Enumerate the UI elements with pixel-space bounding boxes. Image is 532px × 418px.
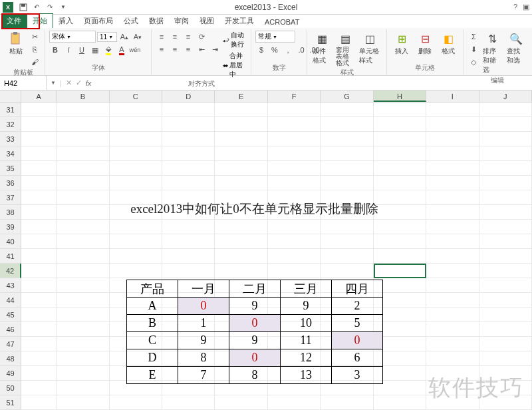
cell-B45[interactable] xyxy=(57,308,109,322)
cell-E37[interactable] xyxy=(215,190,267,205)
spreadsheet-grid[interactable]: ABCDEFGHIJ 31323334353637383940414243444… xyxy=(0,91,532,417)
copy-icon[interactable]: ⎘ xyxy=(29,43,41,55)
cell-E42[interactable] xyxy=(215,264,267,278)
cell-I42[interactable] xyxy=(426,264,479,278)
col-header-E[interactable]: E xyxy=(215,91,267,102)
cell-A35[interactable] xyxy=(21,161,57,176)
cell-E38[interactable] xyxy=(215,205,267,220)
select-all-corner[interactable] xyxy=(0,91,21,102)
format-painter-icon[interactable]: 🖌 xyxy=(29,56,41,68)
cell-C37[interactable] xyxy=(110,190,162,205)
cell-J35[interactable] xyxy=(479,161,532,176)
cell-C33[interactable] xyxy=(110,132,162,146)
cell-H51[interactable] xyxy=(374,395,426,410)
cell-B42[interactable] xyxy=(57,264,109,278)
cell-F51[interactable] xyxy=(268,395,321,410)
cell-H41[interactable] xyxy=(374,249,426,264)
row-header-37[interactable]: 37 xyxy=(0,190,21,205)
cell-C51[interactable] xyxy=(110,395,162,410)
cell-G35[interactable] xyxy=(321,161,373,176)
cell-A40[interactable] xyxy=(21,234,57,249)
cell-B43[interactable] xyxy=(57,278,109,293)
cell-I38[interactable] xyxy=(426,205,479,220)
cell-A31[interactable] xyxy=(21,103,57,117)
italic-button[interactable]: I xyxy=(63,44,74,56)
cell-E51[interactable] xyxy=(215,395,267,410)
cell-F37[interactable] xyxy=(268,190,321,205)
row-header-44[interactable]: 44 xyxy=(0,293,21,308)
cell-A50[interactable] xyxy=(21,381,57,395)
row-header-46[interactable]: 46 xyxy=(0,322,21,337)
cut-icon[interactable]: ✂ xyxy=(29,31,41,43)
cell-J50[interactable] xyxy=(479,381,532,395)
cell-H33[interactable] xyxy=(374,132,426,146)
cell-J49[interactable] xyxy=(479,366,532,381)
cell-G39[interactable] xyxy=(321,220,373,234)
cell-F31[interactable] xyxy=(268,103,321,117)
cell-E39[interactable] xyxy=(215,220,267,234)
tab-审阅[interactable]: 审阅 xyxy=(169,14,194,28)
col-header-A[interactable]: A xyxy=(21,91,57,102)
col-header-C[interactable]: C xyxy=(110,91,162,102)
cell-G41[interactable] xyxy=(321,249,373,264)
row-header-51[interactable]: 51 xyxy=(0,395,21,410)
currency-icon[interactable]: $ xyxy=(255,44,267,56)
redo-icon[interactable]: ↷ xyxy=(45,3,55,12)
cell-B51[interactable] xyxy=(57,395,109,410)
fill-color-icon[interactable]: ⬙ xyxy=(102,44,114,56)
cell-E35[interactable] xyxy=(215,161,267,176)
cell-B37[interactable] xyxy=(57,190,109,205)
cell-B49[interactable] xyxy=(57,366,109,381)
indent-dec-icon[interactable]: ⇤ xyxy=(196,43,207,55)
cell-I50[interactable] xyxy=(426,381,479,395)
cell-J31[interactable] xyxy=(479,103,532,117)
orientation-icon[interactable]: ⟳ xyxy=(196,31,207,43)
cell-G38[interactable] xyxy=(321,205,373,220)
cell-I44[interactable] xyxy=(426,293,479,308)
cell-B35[interactable] xyxy=(57,161,109,176)
cell-F42[interactable] xyxy=(268,264,321,278)
cell-E34[interactable] xyxy=(215,146,267,161)
col-header-D[interactable]: D xyxy=(162,91,215,102)
cell-I46[interactable] xyxy=(426,322,479,337)
cell-I37[interactable] xyxy=(426,190,479,205)
row-header-39[interactable]: 39 xyxy=(0,220,21,234)
cell-G33[interactable] xyxy=(321,132,373,146)
cell-E31[interactable] xyxy=(215,103,267,117)
cell-I31[interactable] xyxy=(426,103,479,117)
cell-C32[interactable] xyxy=(110,117,162,132)
row-header-47[interactable]: 47 xyxy=(0,337,21,351)
cell-J45[interactable] xyxy=(479,308,532,322)
cell-A44[interactable] xyxy=(21,293,57,308)
cell-D37[interactable] xyxy=(162,190,215,205)
tab-插入[interactable]: 插入 xyxy=(53,14,78,28)
cell-F41[interactable] xyxy=(268,249,321,264)
cell-J36[interactable] xyxy=(479,176,532,190)
align-top-icon[interactable]: ≡ xyxy=(156,31,168,43)
cell-I43[interactable] xyxy=(426,278,479,293)
paste-button[interactable]: 粘贴 xyxy=(5,31,27,57)
tab-视图[interactable]: 视图 xyxy=(194,14,219,28)
cell-I36[interactable] xyxy=(426,176,479,190)
cell-B41[interactable] xyxy=(57,249,109,264)
cell-A47[interactable] xyxy=(21,337,57,351)
cell-H32[interactable] xyxy=(374,117,426,132)
cell-D32[interactable] xyxy=(162,117,215,132)
cell-A51[interactable] xyxy=(21,395,57,410)
cell-B34[interactable] xyxy=(57,146,109,161)
cell-D51[interactable] xyxy=(162,395,215,410)
cell-D36[interactable] xyxy=(162,176,215,190)
col-header-H[interactable]: H xyxy=(374,91,426,102)
underline-button[interactable]: U xyxy=(76,44,88,56)
cell-G51[interactable] xyxy=(321,395,373,410)
cell-J33[interactable] xyxy=(479,132,532,146)
row-header-40[interactable]: 40 xyxy=(0,234,21,249)
cell-I35[interactable] xyxy=(426,161,479,176)
cell-J42[interactable] xyxy=(479,264,532,278)
cell-J43[interactable] xyxy=(479,278,532,293)
cell-D40[interactable] xyxy=(162,234,215,249)
save-icon[interactable] xyxy=(19,3,28,12)
cell-F34[interactable] xyxy=(268,146,321,161)
cell-F36[interactable] xyxy=(268,176,321,190)
name-box-dropdown-icon[interactable]: ▼ xyxy=(51,80,56,86)
